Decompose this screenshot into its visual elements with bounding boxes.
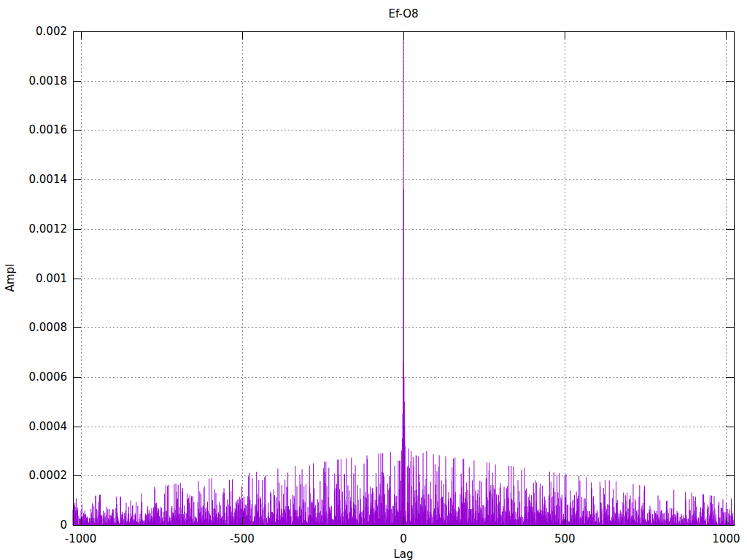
x-tick-label: 500 — [554, 532, 576, 545]
y-tick-label: 0.002 — [36, 25, 67, 38]
y-tick-label: 0.0006 — [29, 370, 68, 384]
gnuplot-window: -1000-5000500100000.00020.00040.00060.00… — [0, 0, 747, 560]
x-tick-label: 0 — [400, 532, 407, 545]
y-axis-label: Ampl — [4, 264, 17, 292]
tick-labels: -1000-5000500100000.00020.00040.00060.00… — [29, 25, 740, 545]
y-tick-label: 0.0004 — [29, 420, 68, 433]
y-tick-label: 0.0002 — [29, 469, 68, 482]
correlation-chart: -1000-5000500100000.00020.00040.00060.00… — [0, 0, 747, 560]
y-tick-label: 0.0014 — [29, 173, 68, 186]
y-tick-label: 0.0018 — [29, 74, 68, 88]
y-tick-label: 0.0008 — [29, 321, 68, 334]
x-tick-label: -1000 — [65, 532, 97, 545]
y-tick-label: 0.001 — [36, 272, 67, 285]
x-tick-label: -500 — [230, 532, 255, 545]
y-tick-label: 0.0012 — [29, 222, 68, 236]
y-tick-label: 0.0016 — [29, 123, 68, 136]
x-axis-label: Lag — [73, 548, 734, 560]
x-tick-label: 1000 — [712, 532, 740, 545]
chart-title: Ef-O8 — [73, 8, 734, 20]
impulse-series — [73, 39, 734, 525]
y-tick-label: 0 — [60, 518, 67, 532]
plot-svg: -1000-5000500100000.00020.00040.00060.00… — [0, 0, 747, 560]
